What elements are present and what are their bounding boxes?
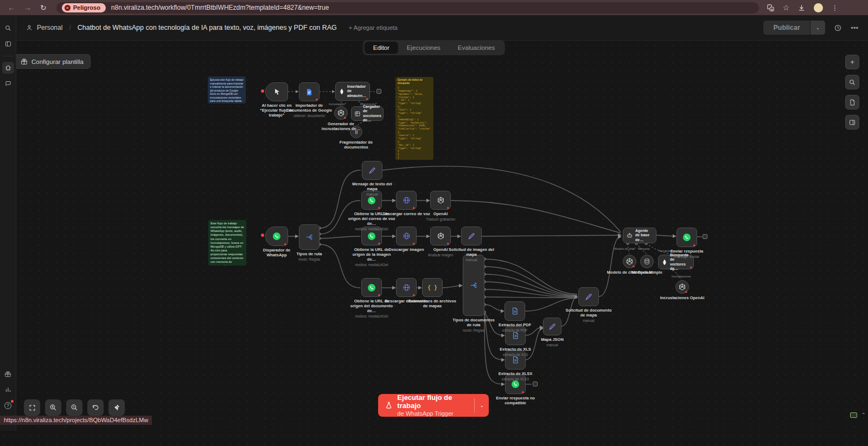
workflow-menu-icon[interactable]: ••• xyxy=(851,24,858,32)
tab-evaluaciones[interactable]: Evaluaciones xyxy=(449,42,503,54)
node-doc-url[interactable]: ▲ xyxy=(361,278,382,297)
warning-icon: ▲ xyxy=(689,265,693,269)
sidebar-panel-button[interactable] xyxy=(2,38,14,50)
node-openai-embeddings[interactable]: ▲ xyxy=(675,280,689,294)
execute-chevron-icon[interactable]: ⌄ xyxy=(474,398,489,412)
workflow-canvas[interactable]: Ejecuta este flujo de trabajo manualment… xyxy=(0,0,868,446)
execute-pin[interactable] xyxy=(261,89,264,93)
pencil-icon xyxy=(548,323,556,331)
node-label: Insertador de almacén… xyxy=(347,85,367,98)
execute-workflow-button[interactable]: Ejecutar flujo de trabajo de WhatsApp Tr… xyxy=(378,394,489,417)
reload-icon[interactable]: ↻ xyxy=(40,3,47,12)
url-text[interactable]: n8n.viraliza.tech/workflow/0TmrrtBtbIWHE… xyxy=(111,4,329,11)
node-label-xlsx-extract: Extracto de XLSXextracto de XLSX xyxy=(492,372,539,382)
workflow-title[interactable]: Chatbot de WhatsApp con tecnología de IA… xyxy=(78,24,337,31)
node-manual-trigger[interactable] xyxy=(265,82,288,101)
robot-icon xyxy=(626,232,633,239)
add-node-button[interactable] xyxy=(376,89,381,94)
node-map-json[interactable] xyxy=(543,318,561,335)
notes-panel-button[interactable] xyxy=(845,95,859,109)
sidebar-help-button[interactable]: ? xyxy=(2,399,14,411)
node-label: Agente de base de… xyxy=(635,229,653,242)
node-voice-openai[interactable]: ▲ xyxy=(430,191,451,210)
sidebar-home-button[interactable] xyxy=(2,62,14,74)
node-whatsapp-trigger[interactable]: ▲ xyxy=(265,227,288,246)
security-badge[interactable]: × Peligroso xyxy=(62,3,106,12)
translate-icon[interactable] xyxy=(767,4,775,12)
globe-icon xyxy=(403,283,411,292)
warning-icon: ▲ xyxy=(521,390,525,393)
node-subtitle: manual xyxy=(528,343,576,347)
sticky-note-import-note[interactable]: Ejecuta este flujo de trabajo manualment… xyxy=(208,76,246,104)
tidy-up-button[interactable] xyxy=(108,399,125,416)
publish-button[interactable]: Publicar xyxy=(763,21,809,35)
pencil-icon xyxy=(368,167,376,174)
node-vector-store-insert[interactable]: Insertador de almacén…▲ xyxy=(335,82,370,101)
node-map-file-ext[interactable]: { } xyxy=(422,278,443,297)
node-label-voice-openai: OpenAITraducir grabación xyxy=(417,212,464,222)
node-image-download[interactable]: ▲ xyxy=(396,227,417,245)
cursor-icon xyxy=(273,88,281,96)
history-icon[interactable] xyxy=(834,24,842,32)
tab-ejecuciones[interactable]: Ejecuciones xyxy=(398,42,449,54)
node-subtitle: modo: Reglas xyxy=(285,257,333,262)
node-openai-chat-model[interactable]: ▲ xyxy=(623,255,636,268)
fit-view-button[interactable] xyxy=(24,399,40,416)
node-doc-route-types[interactable] xyxy=(463,255,484,316)
collapse-icon[interactable]: ⌃ xyxy=(861,412,866,418)
node-text-map-message[interactable] xyxy=(362,161,382,180)
node-label-embeddings-generator: Generador de incrustaciones de… xyxy=(317,122,365,132)
publish-chevron-icon[interactable]: ⌄ xyxy=(810,21,826,35)
add-tag-button[interactable]: + Agregar etiqueta xyxy=(349,24,398,31)
node-pdf-extract[interactable] xyxy=(505,301,525,321)
back-icon[interactable]: ← xyxy=(8,3,15,12)
sidebar-templates-button[interactable] xyxy=(2,368,14,380)
svg-text:{ }: { } xyxy=(428,285,437,290)
execute-pin[interactable] xyxy=(261,234,264,237)
add-node-button[interactable] xyxy=(533,382,538,386)
node-image-map-request[interactable] xyxy=(461,227,482,245)
node-label-map-json: Mapa JSONmanual xyxy=(528,338,576,347)
node-image-openai[interactable]: ▲ xyxy=(430,227,451,245)
node-doc-map-request[interactable] xyxy=(578,287,599,306)
warning-icon: ▲ xyxy=(412,293,416,296)
address-bar[interactable]: × Peligroso n8n.viraliza.tech/workflow/0… xyxy=(56,2,759,14)
sticky-note-index-note[interactable]: Ejemplo de índice de búsqueda{ "mappings… xyxy=(395,77,433,160)
undo-button[interactable] xyxy=(87,399,104,416)
node-embeddings-generator[interactable]: ▲ xyxy=(334,106,348,120)
sidebar-chat-button[interactable] xyxy=(2,77,14,89)
node-simple-memory[interactable] xyxy=(640,255,654,268)
node-doc-download[interactable]: ▲ xyxy=(396,278,417,297)
node-voice-download[interactable]: ▲ xyxy=(396,191,417,210)
node-kb-agent[interactable]: Agente de base de… xyxy=(623,228,656,243)
node-google-docs-importer[interactable]: ▲ xyxy=(299,82,320,101)
zoom-in-button[interactable] xyxy=(45,399,61,416)
node-subtitle: extracto de XLS xyxy=(492,353,539,357)
add-node-panel-button[interactable]: + xyxy=(845,55,859,69)
bookmark-star-icon[interactable]: ☆ xyxy=(783,3,790,12)
breadcrumb-project[interactable]: Personal xyxy=(37,24,62,31)
node-subtitle: manual xyxy=(348,192,396,197)
avatar[interactable] xyxy=(814,3,823,12)
warning-icon: ▲ xyxy=(315,97,318,101)
warning-icon: ▲ xyxy=(412,205,416,209)
notification-dot xyxy=(11,400,14,403)
sticky-note-listen-note[interactable]: Este flujo de trabajo escucha los mensaj… xyxy=(208,220,246,266)
node-send-response[interactable]: ▲ xyxy=(676,228,697,247)
tab-editor[interactable]: Editor xyxy=(365,42,398,54)
download-icon[interactable] xyxy=(797,4,806,12)
node-section-loader[interactable]: Cargador de secciones de… xyxy=(351,106,384,121)
sidebar-search-button[interactable] xyxy=(2,22,14,34)
logs-panel-button[interactable] xyxy=(845,115,859,130)
screen-share-icon[interactable] xyxy=(850,412,857,418)
configure-template-button[interactable]: Configurar plantilla xyxy=(14,54,91,69)
zoom-out-button[interactable] xyxy=(66,399,82,416)
add-node-button[interactable] xyxy=(703,234,707,239)
forward-icon[interactable]: → xyxy=(24,3,31,12)
sidebar-insights-button[interactable] xyxy=(2,384,14,396)
node-route-types[interactable] xyxy=(299,224,320,250)
browser-menu-icon[interactable]: ⋮ xyxy=(831,4,838,12)
edge-layer xyxy=(0,0,868,446)
mongo-icon xyxy=(339,88,345,95)
canvas-search-button[interactable] xyxy=(845,75,859,89)
